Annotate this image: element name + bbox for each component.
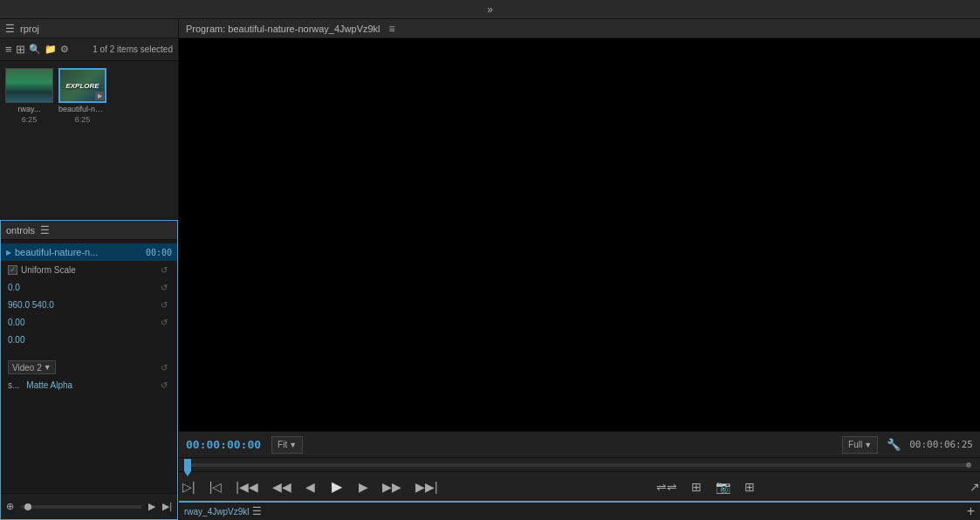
project-panel: ☰ rproj ≡ ⊞ 🔍 📁 ⚙ 1 of 2 items selected … bbox=[0, 19, 178, 220]
reset-rotation-icon[interactable]: ↺ bbox=[158, 316, 170, 328]
controls-nav-end-icon[interactable]: ▶| bbox=[162, 501, 172, 512]
fit-dropdown[interactable]: Fit ▼ bbox=[271, 436, 303, 454]
monitor-canvas: EXPLORE bbox=[179, 38, 980, 431]
add-track-button[interactable]: + bbox=[967, 503, 975, 519]
effect-triangle-icon: ▶ bbox=[6, 249, 11, 257]
wrench-icon[interactable]: 🔧 bbox=[887, 438, 901, 451]
scale-values: 960.0 540.0 bbox=[8, 300, 54, 310]
folder-icon[interactable]: 📁 bbox=[45, 44, 57, 55]
step-back-button[interactable]: ◀◀ bbox=[269, 478, 295, 496]
blend-row: Video 2 ▼ ↺ bbox=[1, 359, 177, 376]
monitor-controls-bar: 00:00:00:00 Fit ▼ Full ▼ 🔧 00:00:06:25 bbox=[179, 431, 980, 457]
svg-rect-15 bbox=[283, 78, 876, 392]
uniform-scale-checkbox[interactable] bbox=[8, 265, 17, 275]
add-icon: + bbox=[967, 503, 975, 518]
selected-count: 1 of 2 items selected bbox=[93, 44, 173, 54]
controls-body: ▶ beautiful-nature-n... 00:00 Uniform Sc… bbox=[1, 240, 177, 493]
matte-blend-value: Matte Alpha bbox=[26, 380, 72, 390]
top-bar: » bbox=[0, 0, 980, 19]
fit-chevron-icon: ▼ bbox=[289, 441, 297, 449]
grid-view-icon[interactable]: ⊞ bbox=[16, 43, 25, 56]
program-monitor: Program: beautiful-nature-norway_4JwpVz9… bbox=[179, 19, 980, 520]
timecode-start-display: 00:00:00:00 bbox=[186, 438, 261, 451]
timeline-menu-icon[interactable]: ☰ bbox=[252, 505, 262, 517]
prev-frame-button[interactable]: ◀ bbox=[302, 478, 319, 496]
rotation-row: 0.00 ↺ bbox=[1, 313, 177, 331]
media-duration-2: 6:25 bbox=[75, 115, 91, 124]
reset-uniform-scale-icon[interactable]: ↺ bbox=[158, 263, 170, 276]
media-duration-1: 6:25 bbox=[22, 115, 38, 124]
matte-blend-label: s... bbox=[8, 380, 19, 390]
scrubber-end-dot bbox=[966, 462, 971, 468]
project-panel-title: rproj bbox=[20, 24, 39, 34]
quality-label: Full bbox=[848, 440, 862, 449]
scrubber-track bbox=[188, 463, 971, 467]
controls-panel: ontrols ☰ ▶ beautiful-nature-n... 00:00 … bbox=[0, 220, 178, 520]
timecode-end-display: 00:00:06:25 bbox=[909, 439, 973, 450]
go-to-out-button[interactable]: ▶▶| bbox=[412, 478, 442, 496]
controls-hamburger-icon[interactable]: ☰ bbox=[40, 224, 50, 236]
monitor-menu-icon[interactable]: ≡ bbox=[389, 23, 395, 35]
anchor-value: 0.00 bbox=[8, 335, 24, 345]
controls-nav-prev-icon[interactable]: ⊕ bbox=[6, 501, 14, 512]
reset-matte-icon[interactable]: ↺ bbox=[158, 379, 170, 391]
settings-icon[interactable]: ⚙ bbox=[60, 44, 69, 55]
uniform-scale-label: Uniform Scale bbox=[21, 265, 82, 275]
go-to-in-button[interactable]: |◀◀ bbox=[232, 478, 262, 496]
timeline-label: rway_4JwpVz9kl bbox=[184, 507, 249, 517]
loop-button[interactable]: ⇌⇌ bbox=[653, 478, 681, 496]
thumb-image-1 bbox=[6, 69, 52, 102]
matte-row: s... Matte Alpha ↺ bbox=[1, 376, 177, 393]
playback-controls: ▷| |◁ |◀◀ ◀◀ ◀ ▶ ▶ ▶▶ ▶▶| ⇌⇌ ⊞ 📷 ⊞ ↗ bbox=[179, 471, 980, 501]
panel-toolbar: ≡ ⊞ 🔍 📁 ⚙ 1 of 2 items selected bbox=[0, 38, 178, 61]
controls-header: ontrols ☰ bbox=[1, 221, 177, 240]
left-panel: ☰ rproj ≡ ⊞ 🔍 📁 ⚙ 1 of 2 items selected … bbox=[0, 19, 179, 520]
quality-dropdown[interactable]: Full ▼ bbox=[842, 436, 878, 454]
monitor-header: Program: beautiful-nature-norway_4JwpVz9… bbox=[179, 19, 980, 38]
controls-label: ontrols bbox=[6, 225, 35, 236]
explore-mask-svg: EXPLORE bbox=[283, 78, 876, 392]
dropdown-chevron-icon: ▼ bbox=[44, 363, 51, 372]
monitor-title: Program: beautiful-nature-norway_4JwpVz9… bbox=[186, 24, 380, 34]
explore-preview: EXPLORE bbox=[283, 78, 876, 392]
multi-cam-button[interactable]: ⊞ bbox=[741, 478, 758, 496]
media-thumbnail-1[interactable] bbox=[5, 68, 53, 103]
mark-in-button[interactable]: ▷| bbox=[179, 478, 199, 496]
search-icon[interactable]: 🔍 bbox=[29, 44, 41, 55]
video-track-label: Video 2 bbox=[12, 363, 42, 373]
quality-chevron-icon: ▼ bbox=[864, 441, 872, 449]
next-frame-button[interactable]: ▶ bbox=[355, 478, 372, 496]
effect-timecode: 00:00 bbox=[146, 248, 172, 257]
effect-name: beautiful-nature-n... bbox=[15, 247, 98, 257]
effect-item[interactable]: ▶ beautiful-nature-n... 00:00 bbox=[1, 243, 177, 261]
fit-label: Fit bbox=[278, 440, 287, 449]
media-thumbnail-2[interactable]: EXPLORE ▶ bbox=[58, 68, 106, 103]
project-panel-header: ☰ rproj bbox=[0, 19, 178, 38]
video-track-dropdown[interactable]: Video 2 ▼ bbox=[8, 360, 56, 374]
media-grid: rway... 6:25 EXPLORE ▶ beautiful-nature-… bbox=[0, 61, 178, 131]
hamburger-icon[interactable]: ☰ bbox=[5, 23, 15, 35]
timeline-scrubber[interactable] bbox=[179, 457, 980, 471]
position-row: 0.0 ↺ bbox=[1, 278, 177, 296]
controls-nav-bar: ⊕ ▶ ▶| bbox=[1, 493, 177, 519]
list-item[interactable]: rway... 6:25 bbox=[5, 68, 53, 124]
controls-nav-next-icon[interactable]: ▶ bbox=[148, 501, 155, 512]
scrubber-head[interactable] bbox=[184, 459, 191, 471]
step-fwd-button[interactable]: ▶▶ bbox=[379, 478, 405, 496]
play-button[interactable]: ▶ bbox=[326, 476, 348, 498]
reset-blend-icon[interactable]: ↺ bbox=[158, 361, 170, 373]
bottom-timeline: rway_4JwpVz9kl ☰ + bbox=[179, 501, 980, 520]
uniform-scale-row: Uniform Scale ↺ bbox=[1, 261, 177, 278]
anchor-row: 0.00 bbox=[1, 331, 177, 348]
list-view-icon[interactable]: ≡ bbox=[5, 43, 12, 56]
export-frame-button[interactable]: 📷 bbox=[712, 478, 734, 496]
reset-scale-icon[interactable]: ↺ bbox=[158, 298, 170, 311]
list-item[interactable]: EXPLORE ▶ beautiful-nature-norwa... 6:25 bbox=[58, 68, 106, 124]
mark-out-button[interactable]: |◁ bbox=[206, 478, 226, 496]
safe-margins-button[interactable]: ⊞ bbox=[688, 478, 705, 496]
media-label-2: beautiful-nature-norwa... bbox=[58, 105, 106, 113]
main-area: ☰ rproj ≡ ⊞ 🔍 📁 ⚙ 1 of 2 items selected … bbox=[0, 19, 980, 520]
reset-position-icon[interactable]: ↺ bbox=[158, 281, 170, 293]
cursor-icon: ↗ bbox=[970, 480, 980, 494]
scale-row: 960.0 540.0 ↺ bbox=[1, 296, 177, 313]
